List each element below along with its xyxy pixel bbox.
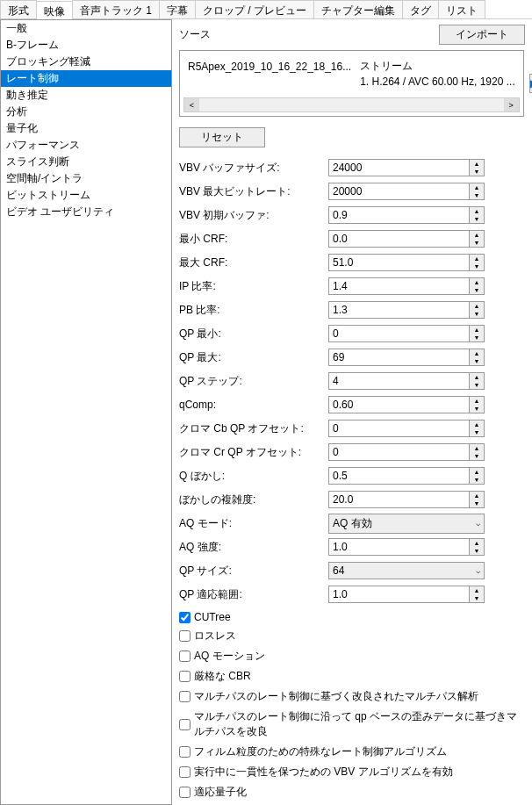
check-row-1[interactable]: ロスレス: [179, 629, 525, 643]
check-row-5[interactable]: マルチパスのレート制御に沿って qp ベースの歪みデータに基づきマルチパスを改良: [179, 709, 525, 739]
spin-down-13[interactable]: ▼: [470, 476, 484, 484]
field-input-3[interactable]: [328, 230, 470, 248]
checkbox-4[interactable]: [179, 691, 191, 702]
tab-2[interactable]: 音声トラック 1: [72, 0, 160, 18]
field-input-8[interactable]: [328, 349, 470, 366]
spin-down-14[interactable]: ▼: [470, 500, 484, 507]
checkbox-6[interactable]: [179, 746, 191, 758]
spin-up-13[interactable]: ▲: [470, 468, 484, 476]
tab-6[interactable]: タグ: [402, 0, 439, 18]
tab-7[interactable]: リスト: [438, 0, 485, 18]
spin-up-6[interactable]: ▲: [470, 302, 484, 310]
spin-up-8[interactable]: ▲: [470, 349, 484, 357]
sidebar-item-5[interactable]: 分析: [1, 104, 171, 120]
sidebar-item-2[interactable]: ブロッキング軽減: [1, 54, 171, 70]
check-label-5: マルチパスのレート制御に沿って qp ベースの歪みデータに基づきマルチパスを改良: [194, 709, 525, 739]
check-row-4[interactable]: マルチパスのレート制御に基づく改良されたマルチパス解析: [179, 689, 525, 704]
scroll-right-icon[interactable]: >: [504, 98, 519, 111]
checkbox-8[interactable]: [179, 787, 191, 798]
sidebar-item-9[interactable]: 空間軸/イントラ: [1, 170, 171, 187]
sidebar-item-3[interactable]: レート制御: [1, 70, 171, 87]
spin-up-11[interactable]: ▲: [470, 420, 484, 428]
import-button[interactable]: インポート: [439, 25, 525, 45]
checkbox-2[interactable]: [179, 650, 191, 662]
sidebar-item-4[interactable]: 動き推定: [1, 87, 171, 104]
spin-down-4[interactable]: ▼: [470, 262, 484, 270]
checkbox-3[interactable]: [179, 671, 191, 682]
spin-up-12[interactable]: ▲: [470, 444, 484, 452]
spin-down-7[interactable]: ▼: [470, 334, 484, 341]
spin-down-9[interactable]: ▼: [470, 381, 484, 389]
field-input-14[interactable]: [328, 491, 470, 508]
field-input-10[interactable]: [328, 396, 470, 413]
tab-5[interactable]: チャプター編集: [313, 0, 403, 18]
field-input-11[interactable]: [328, 420, 470, 437]
source-label: ソース: [179, 27, 211, 42]
spin-up-5[interactable]: ▲: [470, 278, 484, 286]
spin-down-0[interactable]: ▼: [470, 168, 484, 176]
spin-down-1[interactable]: ▼: [470, 191, 484, 199]
spin-down-2[interactable]: ▼: [470, 215, 484, 223]
reset-button[interactable]: リセット: [179, 127, 265, 147]
field-input-4[interactable]: [328, 254, 470, 271]
scroll-left-icon[interactable]: <: [184, 98, 199, 111]
sidebar-item-0[interactable]: 一般: [1, 20, 171, 37]
checkbox-1[interactable]: [179, 630, 191, 642]
checkbox-5[interactable]: [179, 719, 191, 730]
spin-down-8[interactable]: ▼: [470, 357, 484, 365]
field-input-18[interactable]: [328, 586, 470, 603]
check-row-6[interactable]: フィルム粒度のための特殊なレート制御アルゴリズム: [179, 744, 525, 759]
check-row-0[interactable]: CUTree: [179, 611, 525, 623]
spin-up-7[interactable]: ▲: [470, 326, 484, 334]
field-input-13[interactable]: [328, 467, 470, 485]
sidebar-item-8[interactable]: スライス判断: [1, 154, 171, 170]
tab-4[interactable]: クロップ / プレビュー: [195, 0, 314, 18]
sidebar-item-11[interactable]: ビデオ ユーザビリティ: [1, 204, 171, 220]
field-select-15[interactable]: AQ 有効⌵: [328, 514, 485, 534]
field-input-2[interactable]: [328, 206, 470, 224]
sidebar-item-1[interactable]: B-フレーム: [1, 37, 171, 54]
spin-up-10[interactable]: ▲: [470, 397, 484, 405]
tab-3[interactable]: 字幕: [159, 0, 196, 18]
check-row-7[interactable]: 実行中に一貫性を保つための VBV アルゴリズムを有効: [179, 765, 525, 780]
field-input-0[interactable]: [328, 159, 470, 176]
check-row-3[interactable]: 厳格な CBR: [179, 669, 525, 684]
source-filename[interactable]: R5Apex_2019_10_16_22_18_16...: [188, 61, 351, 73]
spin-down-3[interactable]: ▼: [470, 239, 484, 247]
spin-down-18[interactable]: ▼: [470, 594, 484, 602]
spin-down-11[interactable]: ▼: [470, 428, 484, 436]
source-scrollbar[interactable]: < >: [183, 97, 520, 112]
sidebar-item-7[interactable]: パフォーマンス: [1, 137, 171, 154]
checkbox-7[interactable]: [179, 766, 191, 778]
field-select-17[interactable]: 64⌵: [328, 562, 485, 579]
field-input-6[interactable]: [328, 301, 470, 319]
spin-up-0[interactable]: ▲: [470, 160, 484, 168]
source-stream[interactable]: 1. H.264 / AVC 60.00 Hz, 1920 ...: [360, 75, 515, 88]
checkbox-0[interactable]: [179, 612, 191, 623]
check-row-2[interactable]: AQ モーション: [179, 649, 525, 664]
spin-up-2[interactable]: ▲: [470, 207, 484, 215]
spin-down-12[interactable]: ▼: [470, 452, 484, 460]
check-row-8[interactable]: 適応量子化: [179, 785, 525, 800]
spin-up-14[interactable]: ▲: [470, 492, 484, 500]
spin-down-16[interactable]: ▼: [470, 547, 484, 555]
spin-up-9[interactable]: ▲: [470, 373, 484, 381]
spin-down-5[interactable]: ▼: [470, 286, 484, 294]
tab-1[interactable]: 映像: [36, 1, 73, 19]
spin-down-6[interactable]: ▼: [470, 310, 484, 318]
spin-down-10[interactable]: ▼: [470, 405, 484, 413]
sidebar-item-10[interactable]: ビットストリーム: [1, 187, 171, 204]
spin-up-4[interactable]: ▲: [470, 255, 484, 262]
spin-up-1[interactable]: ▲: [470, 183, 484, 191]
field-input-9[interactable]: [328, 372, 470, 390]
spin-up-16[interactable]: ▲: [470, 539, 484, 547]
tab-0[interactable]: 形式: [0, 0, 37, 18]
field-input-12[interactable]: [328, 443, 470, 461]
field-input-7[interactable]: [328, 325, 470, 342]
field-input-1[interactable]: [328, 183, 470, 200]
spin-up-18[interactable]: ▲: [470, 586, 484, 594]
sidebar-item-6[interactable]: 量子化: [1, 120, 171, 137]
field-input-5[interactable]: [328, 277, 470, 295]
field-input-16[interactable]: [328, 538, 470, 556]
spin-up-3[interactable]: ▲: [470, 231, 484, 239]
